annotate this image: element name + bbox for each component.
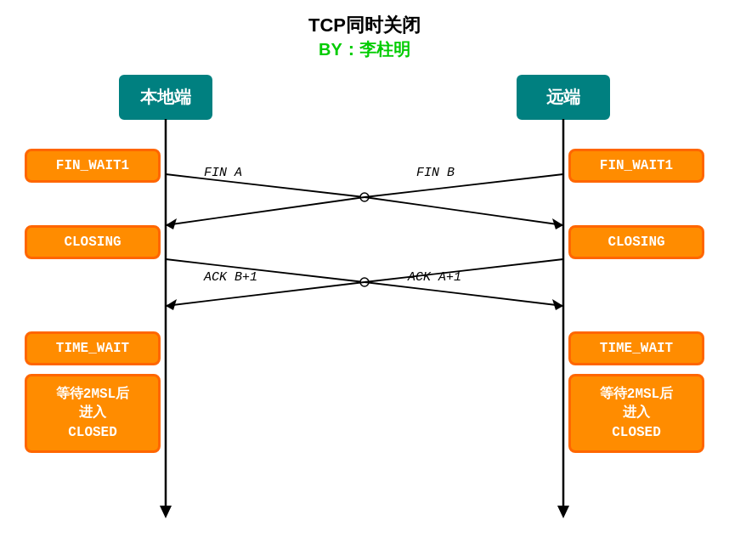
- svg-line-4: [166, 174, 364, 197]
- svg-line-6: [364, 197, 563, 225]
- svg-line-16: [166, 282, 364, 306]
- fin-b-label: FIN B: [416, 166, 455, 180]
- fin-a-label: FIN A: [204, 166, 242, 180]
- svg-line-8: [364, 174, 563, 197]
- ack-b1-label: ACK B+1: [204, 270, 257, 285]
- diagram-svg: [0, 0, 729, 560]
- svg-line-9: [166, 197, 364, 225]
- svg-marker-1: [160, 506, 172, 518]
- svg-marker-3: [557, 506, 569, 518]
- diagram: TCP同时关闭 BY：李柱明 本地端 远端 FIN_WAIT1 CLOSING …: [0, 0, 729, 560]
- ack-a1-label: ACK A+1: [408, 270, 461, 285]
- svg-line-11: [166, 259, 364, 282]
- svg-line-15: [364, 259, 563, 282]
- svg-line-13: [364, 282, 563, 306]
